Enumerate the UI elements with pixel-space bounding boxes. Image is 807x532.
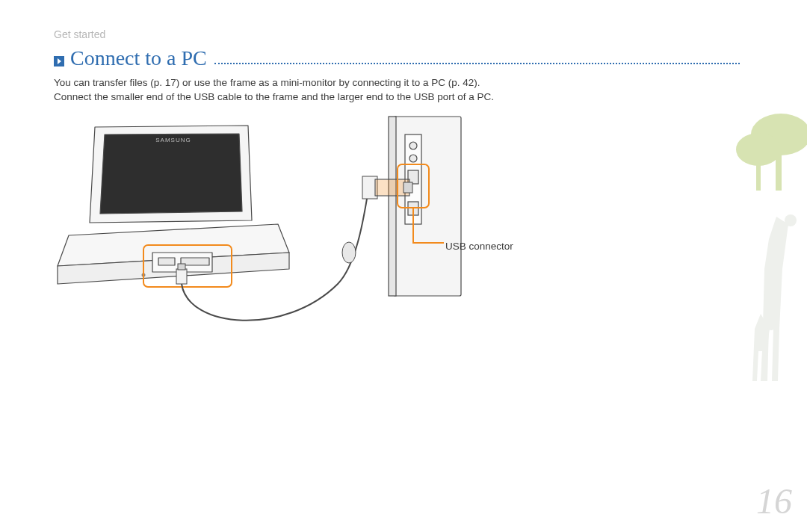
svg-point-26 [767, 321, 776, 330]
body-line-1: You can transfer files (p. 17) or use th… [54, 76, 717, 90]
svg-marker-1 [100, 134, 242, 214]
svg-rect-11 [389, 117, 396, 296]
svg-rect-5 [158, 258, 175, 265]
bullet-play-icon [54, 56, 64, 66]
device-brand-label: SAMSUNG [155, 137, 191, 143]
svg-point-14 [409, 155, 417, 162]
cable-ferrite [342, 242, 356, 263]
body-text: You can transfer files (p. 17) or use th… [54, 76, 717, 105]
photo-frame-device: SAMSUNG [58, 126, 289, 284]
svg-rect-23 [776, 146, 782, 191]
section-heading: Connect to a PC [70, 46, 207, 70]
section-heading-row: Connect to a PC [54, 46, 740, 70]
usb-connector-label: USB connector [445, 241, 513, 252]
svg-rect-9 [178, 264, 185, 270]
body-line-2: Connect the smaller end of the USB cable… [54, 90, 717, 105]
manual-page: Get started Connect to a PC You can tran… [0, 0, 807, 532]
connection-diagram: SAMSUNG [54, 112, 525, 351]
svg-point-13 [409, 142, 417, 149]
diagram-svg: SAMSUNG [54, 112, 525, 351]
decorative-side-art [717, 105, 807, 418]
usb-plug-large [362, 176, 412, 199]
usb-plug-small [176, 264, 187, 284]
breadcrumb: Get started [54, 28, 105, 40]
page-number: 16 [756, 480, 792, 522]
svg-rect-20 [404, 182, 412, 193]
svg-point-25 [785, 214, 797, 226]
heading-dotted-rule [214, 52, 740, 64]
svg-rect-8 [176, 269, 187, 284]
svg-rect-24 [756, 161, 761, 191]
